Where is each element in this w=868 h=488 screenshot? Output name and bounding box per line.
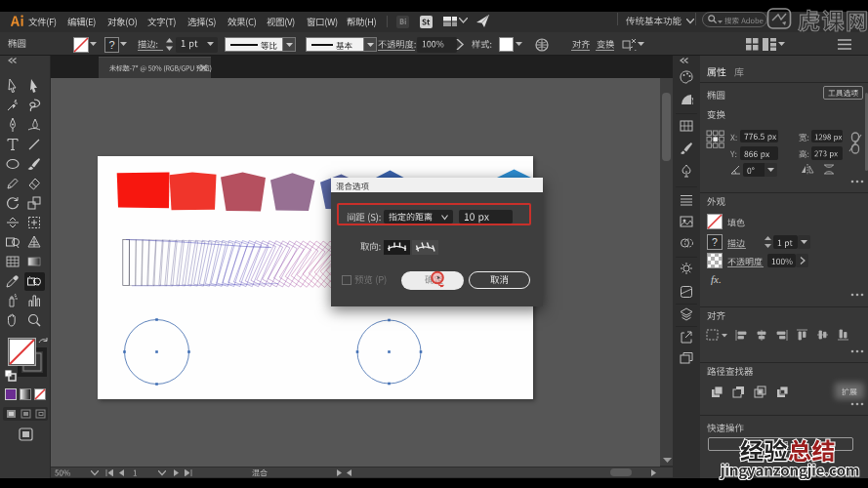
svg-text:?: ? bbox=[712, 236, 718, 248]
svg-text:?: ? bbox=[108, 39, 114, 51]
